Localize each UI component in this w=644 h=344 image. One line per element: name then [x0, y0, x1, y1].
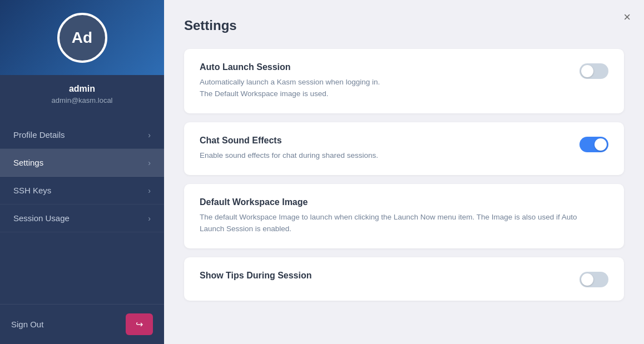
sidebar-user-info: admin admin@kasm.local — [0, 75, 164, 116]
default-workspace-image-title: Default Workspace Image — [200, 197, 591, 207]
sidebar-item-session-usage-label: Session Usage — [13, 213, 70, 223]
sidebar: Ad admin admin@kasm.local Profile Detail… — [0, 0, 164, 344]
default-workspace-image-desc: The default Workspace Image to launch wh… — [200, 212, 591, 235]
sidebar-item-settings[interactable]: Settings › — [0, 149, 164, 177]
auto-launch-session-toggle[interactable] — [579, 63, 608, 79]
auto-launch-session-text: Auto Launch Session Automatically launch… — [200, 62, 579, 100]
chevron-right-icon: › — [148, 158, 151, 167]
sidebar-item-ssh-keys[interactable]: SSH Keys › — [0, 177, 164, 205]
main-content: × Settings Auto Launch Session Automatic… — [164, 0, 644, 344]
page-title: Settings — [184, 18, 624, 33]
chat-sound-effects-text: Chat Sound Effects Enable sound effects … — [200, 136, 579, 162]
chat-sound-effects-desc: Enable sound effects for chat during sha… — [200, 150, 562, 162]
avatar: Ad — [57, 13, 107, 63]
sidebar-footer: Sign Out ↪ — [0, 304, 164, 344]
chat-sound-effects-card: Chat Sound Effects Enable sound effects … — [184, 122, 624, 175]
toggle-slider — [579, 63, 608, 79]
auto-launch-session-desc: Automatically launch a Kasm session when… — [200, 77, 562, 100]
sidebar-item-profile-details-label: Profile Details — [13, 130, 65, 139]
show-tips-card: Show Tips During Session — [184, 257, 624, 301]
auto-launch-session-card: Auto Launch Session Automatically launch… — [184, 49, 624, 113]
chat-sound-effects-title: Chat Sound Effects — [200, 136, 562, 146]
chevron-right-icon: › — [148, 131, 151, 139]
auto-launch-session-title: Auto Launch Session — [200, 62, 562, 72]
chevron-right-icon: › — [148, 186, 151, 195]
username-label: admin — [0, 84, 164, 94]
sidebar-item-session-usage[interactable]: Session Usage › — [0, 205, 164, 232]
toggle-slider — [579, 272, 608, 287]
sidebar-header: Ad — [0, 0, 164, 75]
chat-sound-effects-toggle[interactable] — [579, 137, 608, 152]
sign-out-label: Sign Out — [11, 320, 43, 329]
default-workspace-image-card: Default Workspace Image The default Work… — [184, 184, 624, 248]
chevron-right-icon: › — [148, 214, 151, 223]
sidebar-item-ssh-keys-label: SSH Keys — [13, 186, 51, 195]
default-workspace-image-text: Default Workspace Image The default Work… — [200, 197, 608, 235]
sign-out-icon: ↪ — [136, 319, 143, 330]
show-tips-title: Show Tips During Session — [200, 271, 562, 281]
toggle-slider — [579, 137, 608, 152]
show-tips-toggle[interactable] — [579, 272, 608, 287]
close-button[interactable]: × — [623, 11, 631, 23]
sidebar-nav: Profile Details › Settings › SSH Keys › … — [0, 116, 164, 304]
email-label: admin@kasm.local — [0, 96, 164, 104]
sidebar-item-profile-details[interactable]: Profile Details › — [0, 121, 164, 149]
show-tips-text: Show Tips During Session — [200, 271, 579, 285]
sidebar-item-settings-label: Settings — [13, 158, 43, 167]
sign-out-button[interactable]: ↪ — [126, 313, 153, 335]
